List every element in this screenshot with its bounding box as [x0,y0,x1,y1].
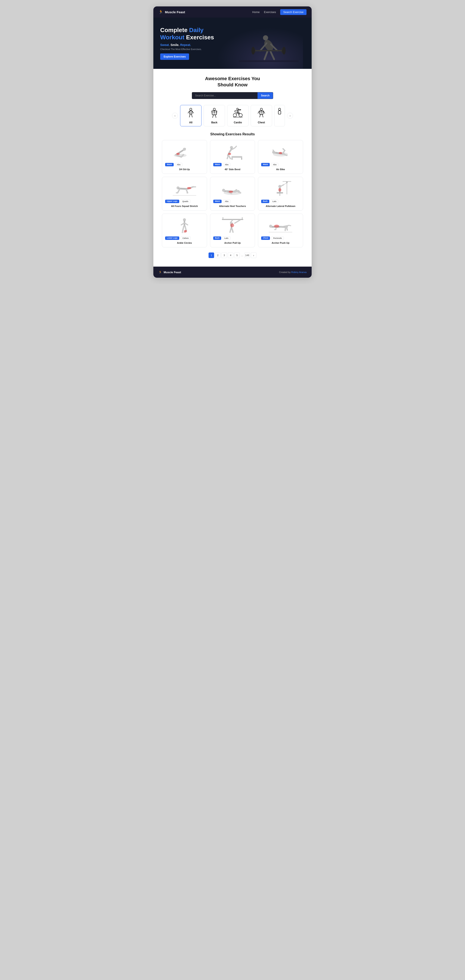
tag-secondary-6: Calves [180,237,191,240]
search-input[interactable] [192,92,258,99]
category-card-back[interactable]: Back [204,105,225,126]
svg-line-109 [182,231,183,232]
nav-link-exercises[interactable]: Exercises [264,11,276,14]
search-bar-wrapper: Search [162,92,303,99]
svg-point-86 [222,189,225,192]
exercise-card-1[interactable]: Waist Abs 45° Side Bend [210,140,255,174]
svg-point-62 [228,153,231,155]
exercise-name-2: Air Bike [261,168,300,170]
exercise-card-5[interactable]: Back Lats Alternate Lateral Pulldown [258,177,303,211]
tag-primary-8: Chest [261,237,270,240]
exercise-img-5 [261,180,300,197]
svg-point-13 [190,108,192,110]
hero-title-workout: Workout [160,34,185,41]
svg-line-117 [235,220,240,223]
partial-icon [275,108,284,120]
tag-secondary-1: Abs [223,163,230,166]
all-body-icon [186,108,195,120]
svg-line-19 [192,111,194,113]
explore-exercises-button[interactable]: Explore Exercises [160,53,189,60]
page-btn-2[interactable]: 2 [215,253,221,258]
category-card-chest[interactable]: Chest [251,105,272,126]
navbar-brand: 🏃 Muscle Feast [159,10,185,14]
svg-point-47 [279,108,280,110]
category-card-partial[interactable] [274,105,285,126]
exercise-card-7[interactable]: Back Lats Archer Pull Up [210,213,255,247]
exercise-card-2[interactable]: Waist Abs Air Bike [258,140,303,174]
svg-point-122 [230,223,234,227]
svg-line-108 [183,226,184,231]
exercise-card-8[interactable]: Chest Pectorals Archer Push Up [258,213,303,247]
main-content: Awesome Exercises You Should Know Search… [153,69,312,267]
svg-rect-28 [238,110,241,110]
category-back-label: Back [211,121,218,124]
exercise-name-5: Alternate Lateral Pulldown [261,205,300,207]
tag-primary-3: Upper Legs [165,200,179,203]
svg-point-24 [212,111,214,113]
footer-brand: 🏃 Muscle Feast [159,270,181,274]
svg-line-76 [178,189,180,193]
nav-link-home[interactable]: Home [252,11,260,14]
svg-line-44 [264,111,265,113]
svg-rect-48 [278,111,281,114]
svg-line-102 [280,185,284,186]
category-cardio-label: Cardio [234,121,242,124]
chest-body-icon [257,108,266,120]
exercise-name-7: Archer Pull Up [213,242,252,244]
page-next-arrow[interactable]: › [251,253,256,258]
page-btn-3[interactable]: 3 [221,253,227,258]
footer-credit-link[interactable]: Robiny Aranxa [291,271,306,274]
category-card-all[interactable]: All [180,105,201,126]
tag-primary-6: Lower Legs [165,237,179,240]
page-btn-4[interactable]: 4 [228,253,233,258]
svg-point-38 [233,113,237,117]
navbar: 🏃 Muscle Feast Home Exercises Search Exe… [153,6,312,18]
exercise-img-4 [213,180,252,197]
search-button[interactable]: Search [258,92,273,99]
exercise-name-8: Archer Push Up [261,242,300,244]
tag-secondary-2: Abs [271,163,279,166]
category-next-arrow[interactable]: › [287,113,293,119]
exercise-img-1 [213,144,252,161]
svg-line-26 [213,115,213,118]
navbar-links: Home Exercises Search Exercise [252,9,306,15]
category-card-cardio[interactable]: Cardio [227,105,248,126]
hero-section: Complete Daily Workout Exercises Sweat. … [153,18,312,69]
page-wrapper: 🏃 Muscle Feast Home Exercises Search Exe… [153,6,312,278]
svg-line-107 [185,223,188,225]
hero-content: Complete Daily Workout Exercises Sweat. … [153,27,221,60]
tag-primary-7: Back [213,237,221,240]
exercise-img-3 [165,180,204,197]
page-btn-1[interactable]: 1 [209,253,214,258]
svg-rect-12 [239,60,299,62]
svg-point-10 [252,47,255,54]
exercise-img-7 [213,217,252,234]
exercise-card-0[interactable]: Waist Abs 3/4 Sit-Up [162,140,207,174]
svg-line-21 [191,114,192,117]
exercise-card-3[interactable]: Upper Legs Quads All Fours Squad Stretch [162,177,207,211]
tag-secondary-3: Quads [180,200,190,203]
page-ellipsis: ... [240,254,244,256]
category-prev-arrow[interactable]: ‹ [172,113,178,119]
nav-search-exercise-button[interactable]: Search Exercise [280,9,306,15]
tag-secondary-8: Pectorals [271,237,284,240]
category-all-label: All [189,121,192,124]
exercise-img-6 [165,217,204,234]
svg-point-82 [187,187,191,189]
tag-primary-1: Waist [213,163,222,166]
hero-sweat: Sweat. [160,43,170,47]
footer-credit: Created by Robiny Aranxa [279,271,306,274]
tag-primary-5: Back [261,200,269,203]
exercise-name-0: 3/4 Sit-Up [165,168,204,170]
category-chest-label: Chest [258,121,265,124]
hero-title-daily: Daily [189,27,204,33]
exercise-card-6[interactable]: Lower Legs Calves Ankle Circles [162,213,207,247]
page-btn-5[interactable]: 5 [234,253,240,258]
exercise-card-4[interactable]: Waist Abs Alternate Heel Touchers [210,177,255,211]
svg-line-129 [287,227,287,230]
svg-line-110 [185,226,186,231]
exercise-img-0 [165,144,204,161]
svg-point-95 [286,181,288,183]
exercise-tags-4: Waist Abs [213,200,252,203]
page-btn-148[interactable]: 148 [244,253,250,258]
